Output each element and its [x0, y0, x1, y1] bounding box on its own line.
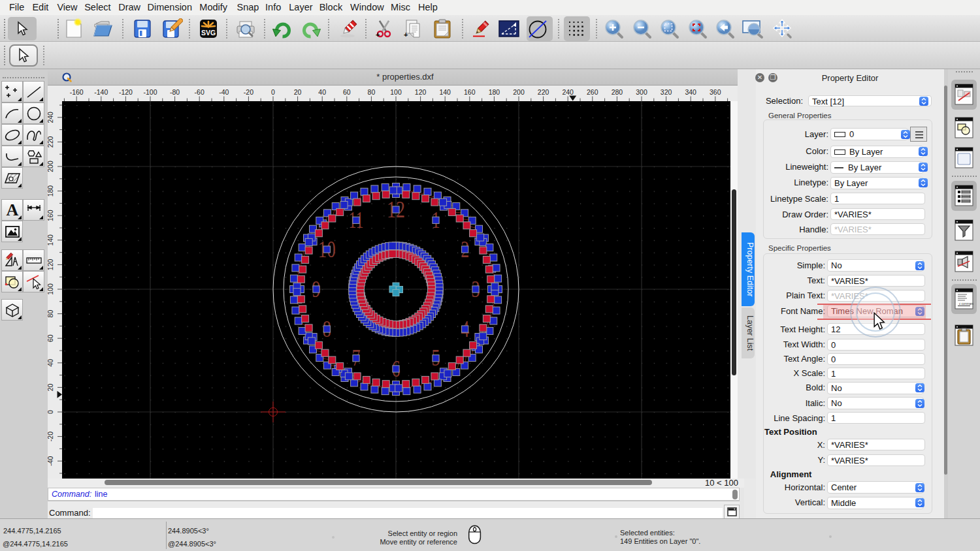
svg-text:-60: -60 — [195, 88, 204, 96]
svg-text:300: 300 — [636, 88, 647, 96]
svg-text:140: 140 — [48, 234, 54, 246]
svg-text:320: 320 — [661, 88, 672, 96]
svg-text:-20: -20 — [244, 88, 253, 96]
svg-text:-40: -40 — [219, 88, 229, 96]
svg-text:-20: -20 — [48, 432, 54, 441]
svg-text:0: 0 — [271, 88, 275, 96]
svg-text:200: 200 — [48, 161, 54, 172]
svg-text:-140: -140 — [94, 88, 108, 96]
svg-text:180: 180 — [48, 185, 54, 197]
svg-text:-120: -120 — [119, 88, 133, 96]
svg-text:240: 240 — [48, 112, 54, 123]
svg-text:140: 140 — [439, 88, 451, 96]
svg-text:-100: -100 — [143, 88, 157, 96]
svg-text:20: 20 — [294, 88, 302, 96]
svg-text:60: 60 — [48, 334, 54, 342]
svg-text:A: A — [7, 202, 19, 219]
svg-text:280: 280 — [612, 88, 623, 96]
svg-text:260: 260 — [587, 88, 598, 96]
svg-text:100: 100 — [390, 88, 402, 96]
svg-text:340: 340 — [685, 88, 696, 96]
svg-text:20: 20 — [48, 383, 54, 391]
svg-text:200: 200 — [513, 88, 525, 96]
svg-text:360: 360 — [710, 88, 721, 96]
svg-text:-40: -40 — [48, 456, 54, 465]
svg-text:220: 220 — [538, 88, 549, 96]
svg-text:+: + — [404, 31, 408, 39]
svg-text:80: 80 — [48, 310, 54, 318]
svg-text:180: 180 — [489, 88, 500, 96]
svg-text:160: 160 — [48, 210, 54, 221]
svg-text:-80: -80 — [170, 88, 180, 96]
svg-text:100: 100 — [48, 283, 54, 295]
svg-text:220: 220 — [48, 136, 54, 148]
svg-text:SVG: SVG — [201, 29, 216, 37]
svg-text:80: 80 — [368, 88, 376, 96]
svg-text:c command: c command — [959, 302, 973, 306]
svg-text:240: 240 — [562, 88, 574, 96]
svg-text:160: 160 — [464, 88, 476, 96]
svg-text:40: 40 — [318, 88, 326, 96]
svg-text:120: 120 — [48, 259, 54, 270]
svg-text:60: 60 — [343, 88, 351, 96]
svg-text:120: 120 — [415, 88, 427, 96]
svg-text:+: + — [376, 31, 380, 39]
svg-text:-160: -160 — [70, 88, 84, 96]
svg-text:0: 0 — [48, 410, 54, 414]
svg-text:40: 40 — [48, 359, 54, 367]
